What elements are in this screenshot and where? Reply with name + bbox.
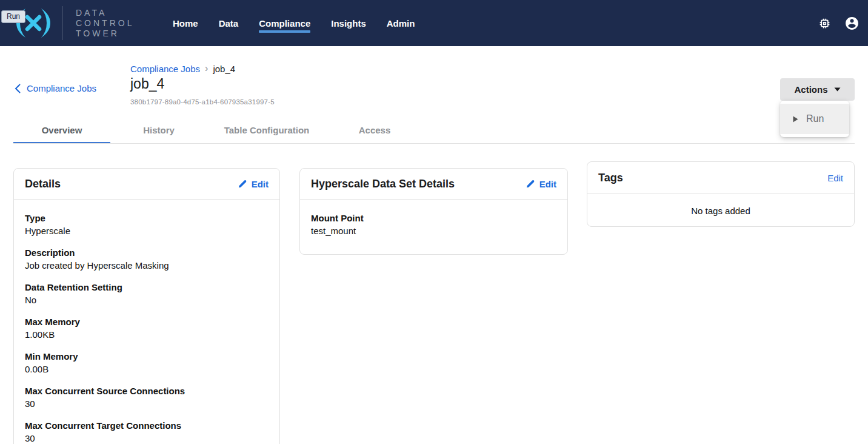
- field-value: 30: [25, 397, 269, 410]
- actions-button[interactable]: Actions: [780, 78, 855, 101]
- nav-item-data[interactable]: Data: [219, 0, 239, 46]
- hyperscale-edit-button[interactable]: Edit: [526, 179, 556, 189]
- hyperscale-card-body: Mount Point test_mount: [300, 200, 567, 258]
- main-nav: Home Data Compliance Insights Admin: [173, 0, 415, 46]
- field-max-memory: Max Memory 1.00KB: [25, 315, 269, 341]
- play-icon: [793, 116, 798, 123]
- chevron-left-icon: [15, 84, 21, 93]
- logo-wordmark: DATA CONTROL TOWER: [76, 8, 134, 39]
- field-label: Mount Point: [311, 212, 556, 224]
- menu-item-run[interactable]: Run: [780, 104, 849, 134]
- nav-item-home[interactable]: Home: [173, 0, 198, 46]
- nav-item-label: Insights: [331, 18, 366, 29]
- top-navbar: DATA CONTROL TOWER Home Data Compliance …: [0, 0, 868, 46]
- field-value: 0.00B: [25, 363, 269, 375]
- hyperscale-edit-label: Edit: [539, 179, 556, 189]
- tab-label: Table Configuration: [224, 125, 310, 135]
- details-edit-button[interactable]: Edit: [238, 179, 269, 189]
- nav-item-insights[interactable]: Insights: [331, 0, 366, 46]
- field-data-retention-setting: Data Retention Setting No: [25, 281, 269, 306]
- menu-item-run-label: Run: [806, 113, 824, 124]
- nav-item-label: Data: [219, 18, 239, 29]
- field-label: Type: [25, 212, 269, 224]
- job-uuid: 380b1797-89a0-4d75-a1b4-607935a31997-5: [130, 98, 275, 106]
- logo-line-2: CONTROL: [76, 18, 134, 29]
- details-card-header: Details Edit: [14, 169, 279, 200]
- back-link-compliance-jobs[interactable]: Compliance Jobs: [15, 83, 96, 93]
- details-edit-label: Edit: [252, 179, 269, 189]
- details-card: Details Edit Type Hyperscale Description…: [13, 168, 280, 444]
- tags-card-header: Tags Edit: [587, 162, 854, 194]
- tab-table-configuration[interactable]: Table Configuration: [207, 116, 326, 144]
- field-max-concurrent-target-connections: Max Concurrent Target Connections 30: [25, 419, 269, 444]
- tags-empty-state: No tags added: [587, 194, 854, 227]
- field-value: Job created by Hyperscale Masking: [25, 259, 269, 272]
- field-label: Min Memory: [25, 350, 269, 363]
- tab-rail-divider: [13, 143, 855, 144]
- field-min-memory: Min Memory 0.00B: [25, 350, 269, 375]
- breadcrumb: Compliance Jobs › job_4: [130, 63, 235, 74]
- pencil-icon: [526, 180, 535, 188]
- field-label: Description: [25, 246, 269, 259]
- tab-access[interactable]: Access: [326, 116, 423, 144]
- details-card-title: Details: [25, 178, 61, 190]
- details-card-body: Type Hyperscale Description Job created …: [14, 200, 279, 444]
- field-value: 30: [25, 432, 269, 444]
- field-type: Type Hyperscale: [25, 212, 269, 237]
- breadcrumb-parent-link[interactable]: Compliance Jobs: [130, 64, 200, 74]
- field-value: Hyperscale: [25, 224, 269, 237]
- tab-overview[interactable]: Overview: [13, 116, 110, 144]
- logo-line-3: TOWER: [76, 29, 134, 39]
- nav-active-underline: [259, 30, 310, 33]
- navbar-right-icons: [818, 0, 860, 46]
- hyperscale-card-title: Hyperscale Data Set Details: [311, 178, 455, 190]
- field-label: Max Memory: [25, 315, 269, 328]
- page-title: job_4: [130, 76, 164, 92]
- logo-divider: [62, 6, 63, 40]
- pencil-icon: [238, 180, 247, 188]
- caret-down-icon: [834, 87, 841, 92]
- account-icon[interactable]: [844, 16, 860, 31]
- tab-bar: Overview History Table Configuration Acc…: [13, 116, 423, 144]
- breadcrumb-separator: ›: [205, 63, 208, 74]
- nav-item-compliance[interactable]: Compliance: [259, 0, 310, 46]
- tab-label: Access: [359, 125, 391, 135]
- breadcrumb-current: job_4: [213, 64, 235, 74]
- logo-line-1: DATA: [76, 8, 134, 18]
- field-max-concurrent-source-connections: Max Concurrent Source Connections 30: [25, 385, 269, 410]
- nav-item-label: Home: [173, 18, 198, 29]
- hyperscale-card-header: Hyperscale Data Set Details Edit: [300, 169, 567, 200]
- field-value: test_mount: [311, 224, 556, 237]
- tags-edit-label: Edit: [827, 173, 843, 183]
- tags-edit-button[interactable]: Edit: [827, 173, 843, 183]
- field-label: Data Retention Setting: [25, 281, 269, 294]
- tags-card-title: Tags: [598, 172, 623, 184]
- run-drag-ghost: Run: [1, 10, 25, 23]
- field-mount-point: Mount Point test_mount: [311, 212, 556, 237]
- nav-item-label: Admin: [387, 18, 415, 29]
- nav-item-label: Compliance: [259, 18, 310, 29]
- hyperscale-dataset-card: Hyperscale Data Set Details Edit Mount P…: [299, 168, 568, 255]
- actions-button-label: Actions: [794, 84, 827, 95]
- actions-dropdown-menu: Run: [780, 101, 849, 137]
- field-value: No: [25, 294, 269, 306]
- tags-card: Tags Edit No tags added: [587, 161, 855, 227]
- tab-history[interactable]: History: [110, 116, 207, 144]
- back-link-label: Compliance Jobs: [27, 83, 96, 93]
- chip-icon[interactable]: [818, 17, 831, 30]
- field-description: Description Job created by Hyperscale Ma…: [25, 246, 269, 272]
- field-value: 1.00KB: [25, 328, 269, 341]
- field-label: Max Concurrent Source Connections: [25, 385, 269, 397]
- field-label: Max Concurrent Target Connections: [25, 419, 269, 432]
- nav-item-admin[interactable]: Admin: [387, 0, 415, 46]
- tab-label: Overview: [42, 125, 82, 135]
- tab-label: History: [143, 125, 175, 135]
